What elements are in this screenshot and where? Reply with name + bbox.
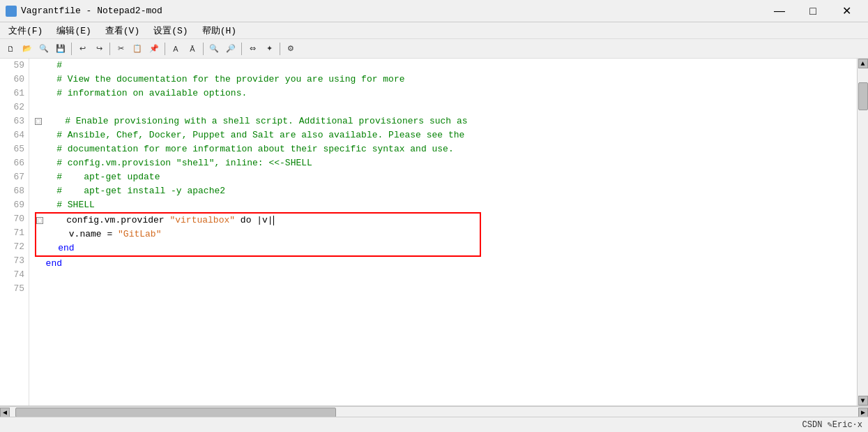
- code-text: # Ansible, Chef, Docker, Puppet and Salt…: [35, 128, 464, 142]
- menu-bar: 文件(F) 编辑(E) 查看(V) 设置(S) 帮助(H): [0, 22, 868, 39]
- toolbar-zoom-in[interactable]: 🔍: [206, 41, 222, 57]
- toolbar-wrap[interactable]: ⇔: [245, 41, 260, 57]
- toolbar-copy[interactable]: 📋: [130, 41, 145, 57]
- toolbar-undo[interactable]: ↩: [75, 41, 90, 57]
- toolbar-redo[interactable]: ↪: [91, 41, 107, 57]
- line-num-69: 69: [3, 198, 24, 212]
- toolbar-sep-3: [165, 43, 165, 55]
- scrollbar-v-thumb[interactable]: [858, 82, 868, 110]
- fold-marker-70[interactable]: □: [36, 217, 43, 224]
- code-keyword-do: do |v|: [235, 214, 273, 228]
- toolbar-save[interactable]: 💾: [53, 41, 68, 57]
- line-num-61: 61: [3, 87, 24, 100]
- line-num-68: 68: [3, 184, 24, 198]
- menu-file[interactable]: 文件(F): [3, 23, 48, 38]
- code-line-67: # apt-get update: [35, 170, 851, 184]
- minimize-button[interactable]: —: [763, 0, 795, 22]
- title-bar-controls: — □ ✕: [763, 0, 862, 22]
- menu-help[interactable]: 帮助(H): [197, 23, 242, 38]
- toolbar-scheme[interactable]: ✦: [261, 41, 277, 57]
- code-line-70: □ config.vm.provider "virtualbox" do |v|: [36, 214, 480, 228]
- toolbar-sep-2: [109, 43, 110, 55]
- toolbar-browse[interactable]: 🔍: [36, 41, 52, 57]
- title-bar: Vagrantfile - Notepad2-mod — □ ✕: [0, 0, 868, 22]
- code-sep: [35, 257, 46, 271]
- code-text: # View the documentation for the provide…: [35, 73, 405, 87]
- code-area[interactable]: # # View the documentation for the provi…: [29, 59, 857, 405]
- code-text: # documentation for more information abo…: [35, 142, 454, 156]
- app-icon: [6, 6, 17, 17]
- code-line-66: # config.vm.provision "shell", inline: <…: [35, 156, 851, 170]
- code-line-59: #: [35, 59, 851, 73]
- code-text: # config.vm.provision "shell", inline: <…: [35, 156, 312, 170]
- toolbar-zoom-out[interactable]: 🔎: [223, 41, 238, 57]
- code-line-71: v.name = "GitLab": [36, 228, 480, 241]
- toolbar-cut[interactable]: ✂: [113, 41, 128, 57]
- code-line-75: [35, 285, 851, 299]
- code-line-74: [35, 271, 851, 285]
- code-line-72: end: [36, 241, 480, 255]
- code-text: # apt-get update: [35, 170, 160, 184]
- code-line-65: # documentation for more information abo…: [35, 142, 851, 156]
- toolbar-open[interactable]: 📂: [20, 41, 35, 57]
- scrollbar-right-arrow[interactable]: ▶: [858, 408, 868, 417]
- toolbar-sep-1: [71, 43, 72, 55]
- code-keyword: config.vm.provider: [45, 214, 169, 228]
- fold-marker-63[interactable]: □: [35, 118, 42, 125]
- toolbar-sep-6: [280, 43, 280, 55]
- line-num-60: 60: [3, 73, 24, 87]
- code-string: "GitLab": [118, 228, 161, 241]
- code-text: [35, 100, 40, 114]
- scrollbar-up-arrow[interactable]: ▲: [858, 59, 868, 68]
- code-string: "virtualbox": [169, 214, 235, 228]
- code-text: #: [35, 59, 62, 73]
- toolbar-find1[interactable]: A: [168, 41, 183, 57]
- status-text: CSDN ✎Eric·x: [802, 419, 862, 430]
- line-num-63: 63: [3, 114, 24, 128]
- code-text: [35, 285, 40, 299]
- code-end: end: [36, 241, 75, 255]
- code-text: # apt-get install -y apache2: [35, 184, 225, 198]
- toolbar-find2[interactable]: Ā: [185, 41, 200, 57]
- code-line-64: # Ansible, Chef, Docker, Puppet and Salt…: [35, 128, 851, 142]
- close-button[interactable]: ✕: [830, 0, 862, 22]
- menu-view[interactable]: 查看(V): [100, 23, 145, 38]
- code-text: # information on available options.: [35, 87, 247, 100]
- status-bar: CSDN ✎Eric·x: [0, 417, 868, 432]
- line-num-75: 75: [3, 282, 24, 296]
- code-line-60: # View the documentation for the provide…: [35, 73, 851, 87]
- line-num-73: 73: [3, 254, 24, 268]
- line-num-66: 66: [3, 156, 24, 170]
- window-title: Vagrantfile - Notepad2-mod: [21, 6, 162, 16]
- maximize-button[interactable]: □: [797, 0, 829, 22]
- code-text: # SHELL: [35, 198, 95, 212]
- code-line-62: [35, 100, 851, 114]
- code-line-63: □ # Enable provisioning with a shell scr…: [35, 114, 851, 128]
- code-line-68: # apt-get install -y apache2: [35, 184, 851, 198]
- line-num-64: 64: [3, 128, 24, 142]
- editor-container: 59 60 61 62 63 64 65 66 67 68 69 70 71 7…: [0, 59, 868, 405]
- menu-edit[interactable]: 编辑(E): [51, 23, 96, 38]
- code-end: end: [46, 257, 62, 271]
- scrollbar-horizontal[interactable]: ◀ ▶: [0, 406, 868, 417]
- menu-settings[interactable]: 设置(S): [148, 23, 193, 38]
- toolbar-new[interactable]: 🗋: [3, 41, 18, 57]
- code-line-61: # information on available options.: [35, 87, 851, 100]
- line-num-65: 65: [3, 142, 24, 156]
- line-num-71: 71: [3, 226, 24, 240]
- line-num-62: 62: [3, 100, 24, 114]
- code-text: # Enable provisioning with a shell scrip…: [43, 114, 468, 128]
- toolbar-paste[interactable]: 📌: [146, 41, 162, 57]
- highlight-block: □ config.vm.provider "virtualbox" do |v|…: [35, 212, 481, 257]
- line-num-67: 67: [3, 170, 24, 184]
- line-num-59: 59: [3, 59, 24, 73]
- toolbar-extra[interactable]: ⚙: [283, 41, 298, 57]
- toolbar: 🗋 📂 🔍 💾 ↩ ↪ ✂ 📋 📌 A Ā 🔍 🔎 ⇔ ✦ ⚙: [0, 39, 868, 59]
- scrollbar-h-thumb[interactable]: [15, 408, 336, 417]
- line-numbers: 59 60 61 62 63 64 65 66 67 68 69 70 71 7…: [0, 59, 29, 405]
- title-bar-left: Vagrantfile - Notepad2-mod: [6, 6, 162, 17]
- toolbar-sep-4: [203, 43, 204, 55]
- scrollbar-vertical[interactable]: ▲ ▼: [857, 59, 868, 405]
- scrollbar-left-arrow[interactable]: ◀: [0, 408, 10, 417]
- scrollbar-down-arrow[interactable]: ▼: [858, 396, 868, 405]
